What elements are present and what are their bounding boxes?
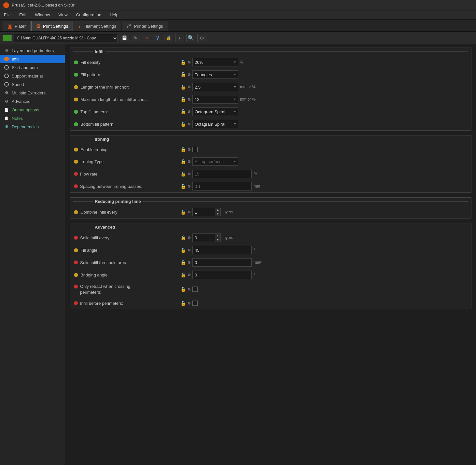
support-icon bbox=[4, 73, 9, 78]
tab-plater[interactable]: ▣ Plater bbox=[3, 21, 31, 31]
menu-edit[interactable]: Edit bbox=[18, 12, 28, 18]
top-fill-pattern-select[interactable]: Octagram Spiral bbox=[192, 107, 238, 116]
ironing-type-row: Ironing Type: 🔒 All top surfaces bbox=[70, 155, 471, 168]
fill-density-select[interactable]: 20% bbox=[192, 58, 238, 66]
enable-ironing-row: Enable ironing: 🔒 bbox=[70, 144, 471, 155]
infill-anchor-max-lock[interactable]: 🔒 bbox=[180, 96, 186, 103]
app-icon bbox=[3, 2, 9, 8]
top-fill-pattern-label: Top fill pattern: bbox=[74, 109, 178, 114]
sidebar-item-notes[interactable]: 📋 Notes bbox=[0, 114, 65, 122]
solid-infill-every-up[interactable]: ▲ bbox=[215, 234, 220, 238]
spacing-passes-input[interactable] bbox=[192, 182, 252, 190]
bridging-angle-circle bbox=[188, 274, 190, 276]
menu-configuration[interactable]: Configuration bbox=[75, 12, 103, 18]
settings-button[interactable]: ⚙ bbox=[197, 34, 206, 42]
speed-icon bbox=[4, 82, 9, 87]
sidebar-item-infill[interactable]: Infill bbox=[0, 55, 65, 63]
sidebar-item-support[interactable]: Support material bbox=[0, 72, 65, 80]
combine-infill-lock[interactable]: 🔒 bbox=[180, 208, 186, 216]
sidebar-label-output: Output options bbox=[12, 107, 39, 112]
sidebar-item-advanced[interactable]: ⚙ Advanced bbox=[0, 97, 65, 106]
top-fill-pattern-select-wrapper: Octagram Spiral bbox=[192, 107, 238, 116]
menu-file[interactable]: File bbox=[3, 12, 12, 18]
menu-help[interactable]: Help bbox=[108, 12, 120, 18]
search-button[interactable]: 🔍 bbox=[186, 34, 195, 42]
combine-infill-down[interactable]: ▼ bbox=[215, 212, 220, 216]
infill-before-perimeters-lock[interactable]: 🔒 bbox=[180, 300, 186, 307]
lock-button[interactable]: 🔒 bbox=[164, 34, 173, 42]
fill-angle-input[interactable] bbox=[192, 246, 252, 254]
svg-marker-8 bbox=[74, 110, 78, 114]
bottom-fill-pattern-lock[interactable]: 🔒 bbox=[180, 120, 186, 128]
menu-view[interactable]: View bbox=[57, 12, 69, 18]
fill-pattern-lock[interactable]: 🔓 bbox=[180, 71, 186, 78]
tab-printer-settings[interactable]: 🖶 Printer Settings bbox=[122, 21, 168, 31]
combine-infill-up[interactable]: ▲ bbox=[215, 208, 220, 212]
svg-marker-10 bbox=[74, 148, 78, 152]
svg-marker-7 bbox=[74, 97, 78, 102]
solid-infill-threshold-input[interactable] bbox=[192, 258, 252, 267]
sidebar-item-skirt[interactable]: Skirt and brim bbox=[0, 63, 65, 72]
only-retract-lock[interactable]: 🔒 bbox=[180, 286, 186, 293]
profile-select[interactable]: 0.16mm QUALITY @0.25 nozzle MK3 - Copy bbox=[14, 34, 118, 42]
spacing-passes-controls: 🔒 mm bbox=[180, 182, 260, 190]
infill-before-perimeters-checkbox[interactable] bbox=[192, 301, 198, 306]
flow-rate-lock[interactable]: 🔒 bbox=[180, 170, 186, 177]
ironing-type-lock[interactable]: 🔒 bbox=[180, 158, 186, 165]
solid-infill-threshold-label: Solid infill threshold area: bbox=[74, 260, 178, 265]
top-fill-pattern-row: Top fill pattern: 🔓 Octagram Spiral bbox=[70, 106, 471, 118]
svg-point-2 bbox=[5, 74, 8, 78]
infill-anchor-select[interactable]: 2.5 bbox=[192, 83, 238, 91]
solid-infill-every-input[interactable] bbox=[192, 233, 215, 242]
spacing-passes-unit: mm bbox=[254, 184, 260, 189]
enable-ironing-checkbox[interactable] bbox=[192, 147, 198, 152]
enable-ironing-lock[interactable]: 🔒 bbox=[180, 146, 186, 153]
infill-anchor-dot bbox=[74, 85, 78, 89]
infill-anchor-max-select[interactable]: 12 bbox=[192, 95, 238, 104]
fill-pattern-select[interactable]: Triangles bbox=[192, 70, 238, 79]
infill-section-title: Infill bbox=[70, 48, 471, 55]
solid-infill-threshold-row: Solid infill threshold area: 🔒 mm² bbox=[70, 256, 471, 269]
tab-print-settings[interactable]: ⚙ Print Settings bbox=[31, 21, 73, 31]
combine-infill-input[interactable] bbox=[192, 208, 215, 216]
svg-point-1 bbox=[5, 65, 8, 69]
bridging-angle-lock[interactable]: 🔒 bbox=[180, 271, 186, 278]
fill-density-lock[interactable]: 🔒 bbox=[180, 59, 186, 66]
bridging-angle-input[interactable] bbox=[192, 271, 252, 279]
sidebar-item-speed[interactable]: Speed bbox=[0, 80, 65, 89]
menu-window[interactable]: Window bbox=[34, 12, 51, 18]
tab-filament-settings[interactable]: ⫶ Filament Settings bbox=[74, 21, 121, 31]
ironing-type-select[interactable]: All top surfaces bbox=[192, 157, 238, 166]
combine-infill-controls: 🔒 ▲ ▼ layers bbox=[180, 208, 233, 216]
flow-rate-input[interactable] bbox=[192, 170, 252, 178]
main-layout: Layers and perimeters Infill Skirt and b… bbox=[0, 44, 476, 465]
sidebar-item-extruders[interactable]: ⚙ Multiple Extruders bbox=[0, 89, 65, 97]
solid-infill-every-lock[interactable]: 🔒 bbox=[180, 234, 186, 241]
svg-marker-14 bbox=[74, 273, 78, 277]
ironing-section: Ironing Enable ironing: 🔒 Ironing Ty bbox=[70, 135, 471, 193]
edit-button[interactable]: ✎ bbox=[131, 34, 140, 42]
fill-angle-lock[interactable]: 🔒 bbox=[180, 247, 186, 254]
sidebar-item-dependencies[interactable]: ⚙ Dependencies bbox=[0, 122, 65, 131]
save-button[interactable]: 💾 bbox=[120, 34, 129, 42]
only-retract-checkbox[interactable] bbox=[192, 287, 198, 292]
sidebar-item-layers[interactable]: Layers and perimeters bbox=[0, 46, 65, 55]
sidebar-label-layers: Layers and perimeters bbox=[12, 48, 54, 53]
solid-infill-threshold-lock[interactable]: 🔒 bbox=[180, 259, 186, 266]
help-button[interactable]: ? bbox=[153, 34, 162, 42]
infill-anchor-lock[interactable]: 🔒 bbox=[180, 83, 186, 91]
solid-infill-every-down[interactable]: ▼ bbox=[215, 238, 220, 242]
flow-rate-dot bbox=[74, 172, 78, 176]
top-fill-pattern-lock[interactable]: 🔓 bbox=[180, 108, 186, 115]
enable-ironing-label: Enable ironing: bbox=[74, 147, 178, 152]
solid-infill-threshold-dot bbox=[74, 261, 78, 264]
sidebar-label-speed: Speed bbox=[12, 82, 24, 87]
svg-marker-4 bbox=[74, 60, 78, 64]
spacing-passes-lock[interactable]: 🔒 bbox=[180, 183, 186, 190]
fill-angle-circle bbox=[188, 249, 190, 251]
sidebar-item-output[interactable]: 📄 Output options bbox=[0, 106, 65, 114]
enable-ironing-dot bbox=[74, 148, 78, 152]
advanced-section-title: Advanced bbox=[70, 223, 471, 231]
bottom-fill-pattern-select[interactable]: Octagram Spiral bbox=[192, 120, 238, 128]
delete-button[interactable]: ✕ bbox=[142, 34, 151, 42]
